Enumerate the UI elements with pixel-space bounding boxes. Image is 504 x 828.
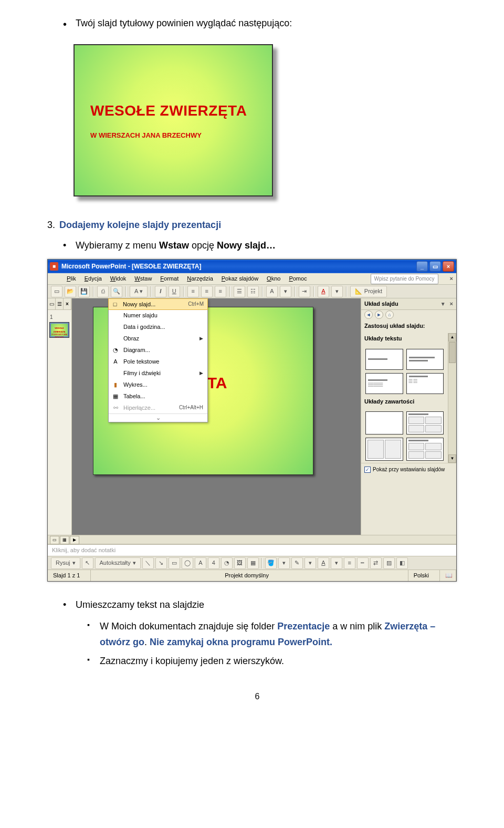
arrow-icon[interactable]: ↘ (155, 557, 167, 569)
scroll-down-icon[interactable]: ▼ (448, 454, 456, 463)
clipart-icon[interactable]: 🖼 (234, 557, 246, 569)
outline-tab[interactable]: ▭ (48, 298, 56, 309)
show-on-insert-checkbox[interactable]: ✓ Pokaż przy wstawianiu slajdów (361, 463, 456, 476)
menu-item-chart[interactable]: ▮Wykres... (109, 379, 207, 390)
dash-style-icon[interactable]: ┅ (357, 557, 369, 569)
menu-item-image[interactable]: Obraz▶ (109, 333, 207, 344)
normal-view-icon[interactable]: ▭ (50, 536, 59, 544)
layout-option[interactable] (406, 349, 444, 370)
slide-thumbnail-1[interactable]: WESOŁE ZWIERZĘTA W WIERSZACH JANA BRZECH… (50, 323, 69, 337)
nav-back-icon[interactable]: ◄ (364, 310, 373, 319)
oval-icon[interactable]: ◯ (182, 557, 193, 569)
menu-format[interactable]: Format (160, 274, 178, 284)
research-icon[interactable]: 🔍 (111, 286, 122, 297)
sorter-view-icon[interactable]: ▦ (60, 536, 69, 544)
underline-icon[interactable]: U (169, 286, 180, 297)
menu-item-hyperlink[interactable]: ⚯Hiperłącze... Ctrl+Alt+H (109, 402, 207, 413)
autoshapes-menu[interactable]: Autokształty ▾ (95, 557, 141, 569)
task-pane-title: Układ slajdu (364, 299, 398, 309)
picture-icon[interactable]: ▦ (247, 557, 259, 569)
menu-widok[interactable]: Widok (110, 274, 127, 284)
font-grow-icon[interactable]: A (266, 286, 278, 297)
task-pane-scrollbar[interactable]: ▲ ▼ (448, 333, 456, 463)
align-center-icon[interactable]: ≡ (201, 286, 213, 297)
list-num-icon[interactable]: ☷ (247, 286, 259, 297)
menu-bar: Plik Edycja Widok Wstaw Format Narzędzia… (48, 273, 456, 285)
menu-item-table[interactable]: ▦Tabela... (109, 390, 207, 402)
menu-expand-icon[interactable]: ⌄ (109, 413, 207, 422)
task-pane-close-icon[interactable]: × (450, 299, 453, 309)
list-icon[interactable]: ☰ (234, 286, 245, 297)
draw-menu[interactable]: Rysuj ▾ (51, 557, 80, 569)
close-panel-icon[interactable]: × (64, 298, 71, 309)
menu-item-slide-number[interactable]: Numer slajdu (109, 309, 207, 321)
layout-option[interactable]: ════════════ (406, 373, 444, 394)
new-doc-icon[interactable]: ▭ (51, 286, 62, 297)
apply-layout-label: Zastosuj układ slajdu: (361, 319, 456, 333)
textbox-tool-icon[interactable]: A (195, 557, 206, 569)
menu-plik[interactable]: Plik (67, 274, 76, 284)
font-more-icon[interactable]: ▾ (280, 286, 291, 297)
layout-option[interactable] (365, 349, 403, 370)
font-color-dd-icon[interactable]: ▾ (331, 286, 343, 297)
slides-tab[interactable]: ☰ (56, 298, 64, 309)
rect-icon[interactable]: ▭ (169, 557, 180, 569)
menu-item-new-slide[interactable]: □ Nowy slajd... Ctrl+M (108, 298, 208, 310)
nav-fwd-icon[interactable]: ► (375, 310, 383, 319)
open-icon[interactable]: 📂 (65, 286, 76, 297)
minimize-button[interactable]: _ (416, 261, 428, 272)
print-icon[interactable]: ⎙ (97, 286, 109, 297)
help-search-box[interactable]: Wpisz pytanie do Pomocy (371, 274, 438, 284)
status-spellcheck-icon[interactable]: 📖 (440, 570, 456, 581)
maximize-button[interactable]: ▭ (429, 261, 441, 272)
font-select[interactable]: A ▾ (130, 286, 148, 297)
menu-item-movies-sounds[interactable]: Filmy i dźwięki▶ (109, 367, 207, 379)
line-color-icon[interactable]: ✎ (291, 557, 303, 569)
menu-narzedzia[interactable]: Narzędzia (187, 274, 213, 284)
close-button[interactable]: × (443, 261, 454, 272)
layout-option[interactable] (365, 438, 403, 461)
menu-item-date-time[interactable]: Data i godzina... (109, 321, 207, 333)
line-dd-icon[interactable]: ▾ (304, 557, 316, 569)
window-title: Microsoft PowerPoint - [WESOŁE ZWIERZĘTA… (61, 262, 201, 272)
scroll-up-icon[interactable]: ▲ (448, 333, 456, 341)
shadow-icon[interactable]: ▨ (383, 557, 395, 569)
select-icon[interactable]: ↖ (82, 557, 93, 569)
align-left-icon[interactable]: ≡ (187, 286, 199, 297)
task-pane-dropdown-icon[interactable]: ▼ (440, 300, 446, 308)
layout-option[interactable] (365, 411, 403, 434)
line-icon[interactable]: ＼ (142, 557, 154, 569)
scroll-thumb[interactable] (449, 342, 456, 363)
fill-dd-icon[interactable]: ▾ (278, 557, 290, 569)
menu-item-textbox[interactable]: APole tekstowe (109, 356, 207, 367)
menu-wstaw[interactable]: Wstaw (134, 274, 152, 284)
indent-icon[interactable]: ⇥ (299, 286, 310, 297)
menu-pokaz[interactable]: Pokaz slajdów (222, 274, 258, 284)
menu-edycja[interactable]: Edycja (85, 274, 102, 284)
fill-color-icon[interactable]: 🪣 (265, 557, 277, 569)
menu-pomoc[interactable]: Pomoc (289, 274, 307, 284)
notes-area[interactable]: Kliknij, aby dodać notatki (48, 544, 456, 556)
diagram-tool-icon[interactable]: ◔ (221, 557, 233, 569)
slideshow-view-icon[interactable]: ▶ (70, 536, 79, 544)
wordart-icon[interactable]: 4 (208, 557, 219, 569)
nav-home-icon[interactable]: ⌂ (385, 310, 394, 319)
font-dd-icon[interactable]: ▾ (331, 557, 342, 569)
layout-option[interactable]: ════════════════════════ (365, 373, 403, 394)
save-icon[interactable]: 💾 (78, 286, 90, 297)
layout-option[interactable] (406, 411, 444, 434)
arrow-style-icon[interactable]: ⇄ (370, 557, 382, 569)
align-right-icon[interactable]: ≡ (215, 286, 226, 297)
layout-option[interactable] (406, 438, 444, 461)
example-slide-preview: WESOŁE ZWIERZĘTA W WIERSZACH JANA BRZECH… (74, 44, 273, 196)
design-button[interactable]: 📐 Projekt (350, 286, 387, 297)
status-bar: Slajd 1 z 1 Projekt domyślny Polski 📖 (48, 570, 456, 581)
menu-okno[interactable]: Okno (267, 274, 280, 284)
font-color-icon[interactable]: A (318, 286, 329, 297)
help-close-icon[interactable]: × (450, 274, 453, 284)
font-color-draw-icon[interactable]: A (318, 557, 329, 569)
line-style-icon[interactable]: ≡ (344, 557, 355, 569)
menu-item-diagram[interactable]: ◔Diagram... (109, 344, 207, 356)
3d-icon[interactable]: ◧ (396, 557, 408, 569)
italic-icon[interactable]: I (155, 286, 166, 297)
